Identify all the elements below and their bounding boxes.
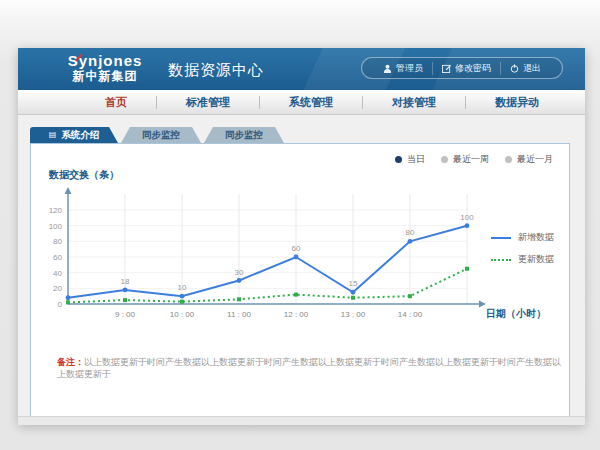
chart-panel: 当日 最近一周 最近一月 数据交换（条） 0204060801001209 : … bbox=[30, 143, 570, 418]
logout-label: 退出 bbox=[523, 62, 541, 75]
app-title: 数据资源中心 bbox=[168, 61, 264, 80]
user-icon bbox=[383, 64, 392, 73]
nav-item-data-change[interactable]: 数据异动 bbox=[466, 95, 568, 110]
content-area: ▤ 系统介绍 同步监控 同步监控 当日 最近一周 bbox=[18, 115, 585, 425]
tab-sync-monitor-1-label: 同步监控 bbox=[142, 129, 180, 142]
svg-text:60: 60 bbox=[53, 253, 62, 262]
footnote: 备注：以上数据更新于时间产生数据以上数据更新于时间产生数据以上数据更新于时间产生… bbox=[57, 356, 561, 380]
user-menu: 管理员 修改密码 退出 bbox=[361, 57, 563, 79]
tab-bar: ▤ 系统介绍 同步监控 同步监控 bbox=[30, 127, 284, 143]
nav-item-interface-mgmt[interactable]: 对接管理 bbox=[363, 95, 465, 110]
svg-text:18: 18 bbox=[121, 277, 130, 286]
footnote-label: 备注： bbox=[57, 357, 84, 367]
svg-text:20: 20 bbox=[53, 284, 62, 293]
svg-text:10 : 00: 10 : 00 bbox=[170, 310, 195, 319]
app-header: Synjones 新中新集团 数据资源中心 管理员 修改密码 bbox=[18, 48, 585, 90]
svg-text:100: 100 bbox=[460, 213, 474, 222]
nav-item-home[interactable]: 首页 bbox=[76, 95, 156, 110]
x-axis-title: 日期（小时） bbox=[486, 307, 546, 321]
legend-new-data-label: 新增数据 bbox=[518, 231, 554, 244]
svg-text:40: 40 bbox=[53, 269, 62, 278]
svg-text:100: 100 bbox=[49, 222, 63, 231]
tab-system-intro-label: 系统介绍 bbox=[61, 129, 99, 142]
svg-text:0: 0 bbox=[58, 300, 63, 309]
svg-text:80: 80 bbox=[53, 237, 62, 246]
edit-icon bbox=[442, 64, 451, 73]
document-icon: ▤ bbox=[49, 131, 57, 139]
app-window: Synjones 新中新集团 数据资源中心 管理员 修改密码 bbox=[18, 48, 585, 425]
tab-sync-monitor-1[interactable]: 同步监控 bbox=[121, 127, 201, 143]
tab-system-intro[interactable]: ▤ 系统介绍 bbox=[30, 127, 118, 143]
user-menu-admin-label: 管理员 bbox=[396, 62, 423, 75]
svg-text:9 : 00: 9 : 00 bbox=[115, 310, 136, 319]
tab-sync-monitor-2-label: 同步监控 bbox=[225, 129, 263, 142]
window-footer bbox=[18, 416, 585, 425]
blue-line-icon bbox=[491, 237, 511, 239]
logo: Synjones 新中新集团 bbox=[54, 52, 156, 83]
nav-item-system-mgmt[interactable]: 系统管理 bbox=[260, 95, 362, 110]
footnote-text: 以上数据更新于时间产生数据以上数据更新于时间产生数据以上数据更新于时间产生数据以… bbox=[57, 357, 561, 379]
change-password-button[interactable]: 修改密码 bbox=[432, 62, 500, 75]
svg-text:30: 30 bbox=[235, 268, 244, 277]
svg-text:11 : 00: 11 : 00 bbox=[227, 310, 251, 319]
logo-brand: Synjones bbox=[54, 52, 156, 69]
green-dotted-line-icon bbox=[491, 259, 511, 261]
series-legend: 新增数据 更新数据 bbox=[491, 231, 554, 266]
svg-text:10: 10 bbox=[178, 283, 187, 292]
svg-text:15: 15 bbox=[349, 279, 358, 288]
legend-updated-data-label: 更新数据 bbox=[518, 253, 554, 266]
svg-text:80: 80 bbox=[406, 228, 415, 237]
line-chart: 0204060801001209 : 0010 : 0011 : 0012 : … bbox=[31, 144, 571, 329]
svg-text:120: 120 bbox=[49, 206, 63, 215]
svg-text:12 : 00: 12 : 00 bbox=[284, 310, 309, 319]
legend-new-data[interactable]: 新增数据 bbox=[491, 231, 554, 244]
svg-text:14 : 00: 14 : 00 bbox=[398, 310, 423, 319]
logo-company: 新中新集团 bbox=[54, 69, 156, 83]
logout-button[interactable]: 退出 bbox=[500, 62, 550, 75]
main-nav: 首页 标准管理 系统管理 对接管理 数据异动 bbox=[18, 90, 585, 115]
change-password-label: 修改密码 bbox=[455, 62, 491, 75]
svg-text:60: 60 bbox=[292, 244, 301, 253]
power-icon bbox=[510, 64, 519, 73]
nav-item-standard-mgmt[interactable]: 标准管理 bbox=[157, 95, 259, 110]
user-menu-admin[interactable]: 管理员 bbox=[374, 62, 432, 75]
tab-sync-monitor-2[interactable]: 同步监控 bbox=[204, 127, 284, 143]
svg-text:13 : 00: 13 : 00 bbox=[341, 310, 366, 319]
legend-updated-data[interactable]: 更新数据 bbox=[491, 253, 554, 266]
